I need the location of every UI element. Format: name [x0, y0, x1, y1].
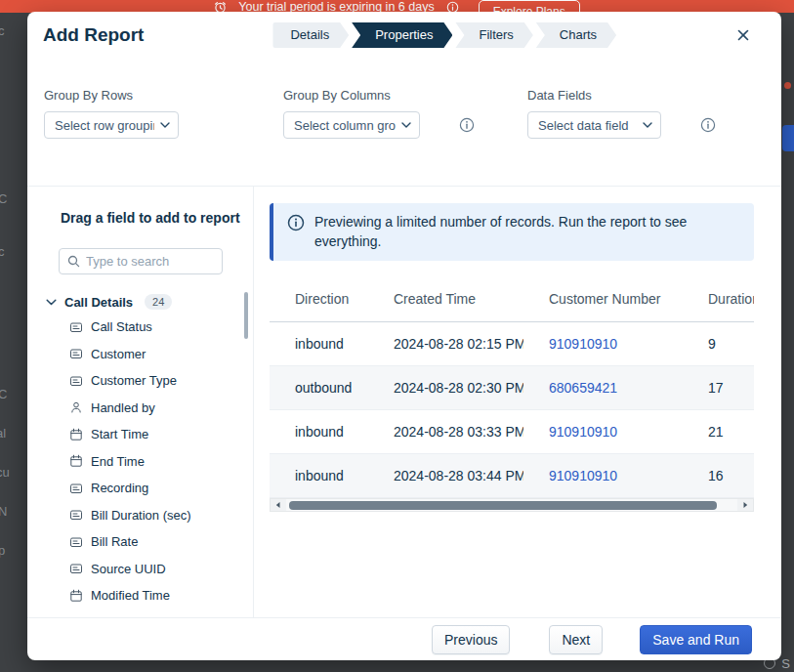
- previous-button[interactable]: Previous: [432, 625, 510, 654]
- step-filters[interactable]: Filters: [455, 22, 532, 48]
- cell-customer-number: 910910910: [523, 453, 683, 497]
- calendar-icon: [69, 454, 83, 468]
- cell-direction: inbound: [270, 409, 368, 453]
- cell-duration: 21: [683, 409, 754, 453]
- info-icon[interactable]: [700, 117, 716, 133]
- text-field-icon: [69, 347, 83, 360]
- scroll-right-button[interactable]: [737, 499, 753, 511]
- step-details[interactable]: Details: [272, 22, 349, 48]
- step-breadcrumb: Details Properties Filters Charts: [272, 22, 616, 48]
- chevron-down-icon: [401, 122, 411, 128]
- modal-title: Add Report: [43, 22, 144, 48]
- field-item-start-time[interactable]: Start Time: [27, 421, 253, 448]
- field-panel-title: Drag a field to add to report: [61, 210, 253, 227]
- group-by-columns-section: Group By Columns Select column grou...: [283, 88, 475, 139]
- scrollbar-track[interactable]: [286, 499, 737, 511]
- bg-button-fragment: [782, 125, 794, 151]
- scrollbar-thumb[interactable]: [289, 501, 717, 510]
- cell-direction: inbound: [270, 321, 368, 365]
- field-item-customer[interactable]: Customer: [27, 341, 253, 368]
- close-button[interactable]: [731, 22, 756, 48]
- chevron-down-icon: [46, 299, 57, 306]
- chevron-down-icon: [643, 122, 652, 128]
- scroll-left-button[interactable]: [271, 499, 286, 511]
- customer-number-link[interactable]: 910910910: [549, 424, 617, 440]
- cell-duration: 9: [683, 321, 754, 365]
- customer-number-link[interactable]: 680659421: [549, 380, 617, 396]
- field-item-modified-time[interactable]: Modified Time: [27, 582, 253, 609]
- info-icon: [287, 214, 305, 231]
- cell-created-time: 2024-08-28 02:15 PM: [368, 321, 523, 365]
- data-fields-label: Data Fields: [527, 88, 716, 103]
- table-header-row: Direction Created Time Customer Number D…: [270, 277, 754, 321]
- next-button[interactable]: Next: [549, 625, 603, 654]
- field-item-bill-rate[interactable]: Bill Rate: [27, 528, 253, 556]
- calendar-icon: [69, 589, 83, 603]
- field-item-source-uuid[interactable]: Source UUID: [27, 556, 253, 583]
- bg-fragment: c: [0, 244, 5, 259]
- field-panel: Drag a field to add to report Call Detai…: [27, 187, 254, 617]
- customer-number-link[interactable]: 910910910: [549, 336, 617, 352]
- chevron-down-icon: [160, 122, 170, 128]
- column-grouping-select[interactable]: Select column grou...: [283, 111, 420, 139]
- screen: c C c C al cu N p S Your trial period is…: [0, 0, 794, 672]
- cell-customer-number: 910910910: [523, 409, 683, 453]
- close-icon: [736, 28, 750, 42]
- cell-customer-number: 910910910: [523, 321, 683, 365]
- cell-direction: inbound: [270, 453, 368, 497]
- cell-created-time: 2024-08-28 03:44 PM: [368, 453, 523, 497]
- field-item-customer-type[interactable]: Customer Type: [27, 367, 253, 395]
- add-report-modal: Add Report Details Properties Filters Ch…: [27, 12, 781, 660]
- field-list: Call Status Customer Customer Type: [27, 314, 253, 609]
- text-field-icon: [69, 535, 83, 549]
- save-and-run-button[interactable]: Save and Run: [640, 625, 752, 654]
- field-list-scrollbar[interactable]: [244, 292, 248, 339]
- text-field-icon: [69, 562, 83, 575]
- call-details-group-header[interactable]: Call Details 24: [27, 292, 253, 312]
- bg-fragment: p: [0, 543, 5, 558]
- alert-text: Previewing a limited number of records. …: [314, 213, 740, 251]
- cell-duration: 16: [683, 453, 754, 497]
- text-field-icon: [69, 320, 83, 334]
- data-field-select[interactable]: Select data field: [527, 111, 661, 139]
- group-by-columns-label: Group By Columns: [283, 88, 475, 103]
- cell-duration: 17: [683, 365, 754, 409]
- row-grouping-select[interactable]: Select row grouping...: [44, 111, 179, 139]
- data-fields-section: Data Fields Select data field: [527, 88, 716, 139]
- bg-fragment: N: [0, 504, 7, 519]
- calendar-icon: [69, 428, 83, 441]
- field-item-end-time[interactable]: End Time: [27, 448, 253, 476]
- info-icon[interactable]: [459, 117, 475, 133]
- group-by-rows-section: Group By Rows Select row grouping...: [44, 88, 179, 139]
- field-count-badge: 24: [145, 294, 172, 310]
- bg-fragment: S: [781, 656, 790, 671]
- column-header-created-time: Created Time: [368, 277, 523, 321]
- bg-fragment: c: [0, 23, 5, 38]
- horizontal-scrollbar: [270, 498, 754, 512]
- step-properties[interactable]: Properties: [352, 22, 452, 48]
- bg-fragment: C: [0, 387, 7, 401]
- modal-header: Add Report Details Properties Filters Ch…: [27, 12, 781, 59]
- preview-table-container: Direction Created Time Customer Number D…: [270, 277, 754, 498]
- column-header-duration: Duration (sec): [683, 277, 754, 321]
- preview-panel: Previewing a limited number of records. …: [254, 187, 781, 617]
- cell-created-time: 2024-08-28 02:30 PM: [368, 365, 523, 409]
- table-row: inbound 2024-08-28 03:33 PM 910910910 21: [270, 409, 754, 453]
- field-item-recording[interactable]: Recording: [27, 475, 253, 502]
- preview-info-alert: Previewing a limited number of records. …: [270, 203, 754, 261]
- cell-customer-number: 680659421: [523, 365, 683, 409]
- bg-fragment: C: [0, 191, 7, 206]
- search-icon: [67, 255, 80, 268]
- bg-notification-dot: [784, 82, 791, 89]
- field-item-call-status[interactable]: Call Status: [27, 314, 253, 341]
- search-input[interactable]: [86, 254, 214, 269]
- field-search: [59, 248, 223, 274]
- modal-content: Drag a field to add to report Call Detai…: [27, 186, 781, 617]
- cell-created-time: 2024-08-28 03:33 PM: [368, 409, 523, 453]
- table-row: inbound 2024-08-28 03:44 PM 910910910 16: [270, 453, 754, 497]
- field-item-handled-by[interactable]: Handled by: [27, 395, 253, 422]
- text-field-icon: [69, 482, 83, 495]
- field-item-bill-duration[interactable]: Bill Duration (sec): [27, 502, 253, 529]
- customer-number-link[interactable]: 910910910: [549, 468, 617, 483]
- step-charts[interactable]: Charts: [536, 22, 616, 48]
